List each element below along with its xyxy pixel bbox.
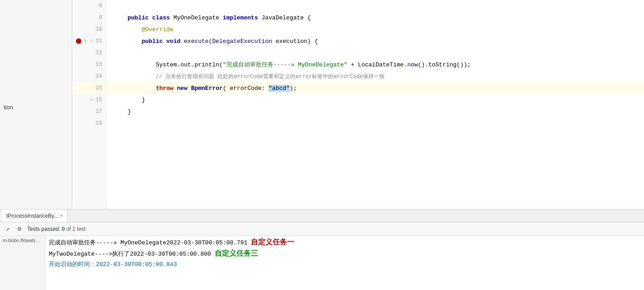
line-number-text: 12 — [96, 50, 102, 56]
console-label-1: 自定义任务三 — [215, 249, 258, 258]
bottom-tab-bar: tProcessInstanceBy... × — [0, 210, 644, 222]
console-left-label: m.bobo.flowab... — [0, 236, 45, 290]
line-number-16: ▽16 — [72, 94, 106, 106]
tab-label: tProcessInstanceBy... — [6, 213, 58, 219]
bottom-toolbar: ↗ ⚙ Tests passed: 0 of 1 test — [0, 222, 644, 236]
gutter: 8910↑▽1112131415▽161718 — [72, 0, 106, 209]
console-lines: 完成自动审批任务-----» MyOneDelegate2022-03-30T0… — [45, 236, 644, 290]
bottom-tab[interactable]: tProcessInstanceBy... × — [2, 210, 68, 222]
tests-total: of 1 test — [66, 226, 86, 232]
line-number-12: 12 — [72, 47, 106, 59]
fold-arrow[interactable]: ▽ — [90, 97, 93, 103]
tests-passed-label: Tests passed: — [27, 226, 60, 232]
code-line-16: } — [106, 94, 644, 106]
code-line-9: public class MyOneDelegate implements Ja… — [106, 12, 644, 23]
line-number-text: 13 — [96, 61, 102, 68]
line-number-text: 14 — [96, 73, 102, 80]
console-code-2: 开始启动的时间：2022-03-30T00:05:00.843 — [49, 260, 177, 268]
bottom-panel: tProcessInstanceBy... × ↗ ⚙ Tests passed… — [0, 209, 644, 290]
console-line-2: 开始启动的时间：2022-03-30T00:05:00.843 — [49, 260, 640, 268]
export-icon[interactable]: ↗ — [4, 225, 12, 233]
code-line-11: public void execute(DelegateExecution ex… — [106, 35, 644, 47]
sidebar-text: tion — [0, 100, 72, 114]
code-line-15: throw new BpmnError( errorCode: "abcd"); — [106, 82, 644, 94]
code-line-18 — [106, 117, 644, 129]
left-sidebar: tion — [0, 0, 72, 209]
tests-passed-count: 0 — [62, 226, 65, 232]
line-number-text: 10 — [96, 26, 102, 33]
breakpoint-indicator — [76, 38, 81, 44]
test-status: Tests passed: 0 of 1 test — [27, 226, 85, 232]
line-number-14: 14 — [72, 70, 106, 82]
code-area: public class MyOneDelegate implements Ja… — [106, 0, 644, 209]
tab-close-button[interactable]: × — [60, 213, 63, 218]
line-number-text: 9 — [99, 14, 102, 21]
settings-icon[interactable]: ⚙ — [15, 225, 24, 233]
line-number-13: 13 — [72, 59, 106, 70]
console-label-0: 自定义任务一 — [251, 238, 294, 247]
line-number-11: ↑▽11 — [72, 35, 106, 47]
line-number-text: 15 — [96, 85, 102, 91]
code-line-17: } — [106, 106, 644, 117]
console-code-0: 完成自动审批任务-----» MyOneDelegate2022-03-30T0… — [49, 239, 247, 247]
fold-arrow[interactable]: ▽ — [90, 38, 93, 44]
line-number-text: 18 — [96, 120, 102, 126]
line-number-text: 17 — [96, 108, 102, 115]
console-code-1: MyTwoDelegate---->执行了2022-03-30T00:05:00… — [49, 250, 211, 258]
code-line-12 — [106, 47, 644, 59]
code-line-8 — [106, 0, 644, 12]
console-line-1: MyTwoDelegate---->执行了2022-03-30T00:05:00… — [49, 249, 640, 258]
line-number-17: 17 — [72, 106, 106, 117]
editor-area: tion 8910↑▽1112131415▽161718 public clas… — [0, 0, 644, 209]
code-line-13: System.out.println("完成自动审批任务-----» MyOne… — [106, 59, 644, 70]
line-number-text: 8 — [99, 3, 102, 9]
line-number-text: 11 — [96, 38, 102, 44]
line-number-10: 10 — [72, 23, 106, 35]
line-number-18: 18 — [72, 117, 106, 129]
line-number-9: 9 — [72, 12, 106, 23]
line-number-15: 15 — [72, 82, 106, 94]
line-number-8: 8 — [72, 0, 106, 12]
line-number-text: 16 — [96, 97, 102, 103]
code-line-14: // 业务执行发现有问题 此处的errorCode需要和定义的error标签中的… — [106, 70, 644, 82]
console-output: m.bobo.flowab... 完成自动审批任务-----» MyOneDel… — [0, 236, 644, 290]
console-line-0: 完成自动审批任务-----» MyOneDelegate2022-03-30T0… — [49, 238, 640, 247]
code-line-10: @Override — [106, 23, 644, 35]
execution-arrow: ↑ — [83, 37, 87, 45]
main-container: tion 8910↑▽1112131415▽161718 public clas… — [0, 0, 644, 290]
